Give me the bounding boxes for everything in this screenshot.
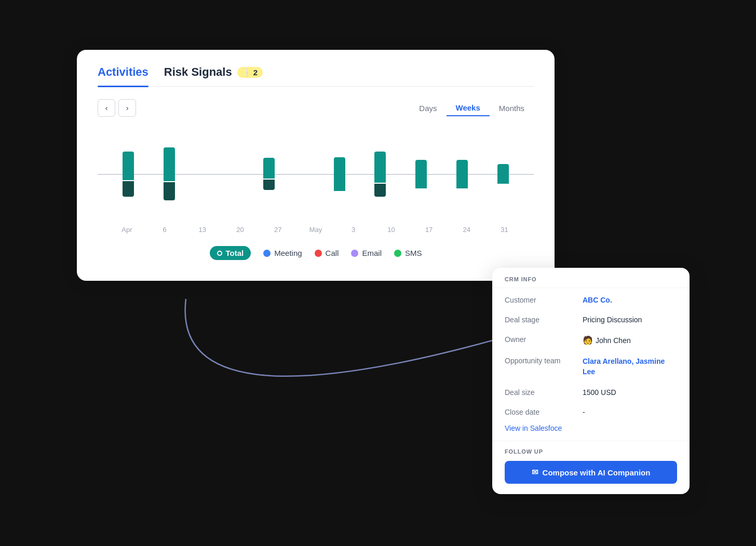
compose-email-icon: ✉ — [532, 468, 538, 477]
bar-27 — [263, 158, 275, 190]
x-label-17: 17 — [421, 226, 437, 234]
close-date-row: Close date - — [492, 402, 690, 422]
x-label-20: 20 — [233, 226, 248, 234]
x-label-31: 31 — [497, 226, 512, 234]
bar-6 — [164, 147, 175, 200]
owner-row: Owner 🧑 John Chen — [492, 330, 690, 351]
crm-section-title: CRM INFO — [492, 268, 690, 288]
opp-team-value[interactable]: Clara Arellano, Jasmine Lee — [583, 357, 677, 377]
chart-legend: Total Meeting Call Email SMS — [98, 246, 534, 260]
bar-upper — [497, 164, 509, 184]
deal-size-row: Deal size 1500 USD — [492, 383, 690, 402]
bar-lower — [263, 180, 275, 190]
owner-value: 🧑 John Chen — [583, 335, 631, 345]
sms-dot-icon — [394, 250, 401, 257]
close-date-value: - — [583, 408, 585, 416]
bars-container — [98, 127, 534, 221]
bar-apr — [123, 152, 134, 197]
deal-size-value: 1500 USD — [583, 388, 616, 397]
deal-stage-row: Deal stage Pricing Discussion — [492, 310, 690, 330]
compose-button[interactable]: ✉ Compose with AI Companion — [505, 461, 677, 484]
risk-badge: ❕ 2 — [237, 67, 263, 78]
legend-email[interactable]: Email — [351, 249, 382, 257]
weeks-button[interactable]: Weeks — [447, 100, 490, 116]
deal-stage-value: Pricing Discussion — [583, 316, 642, 324]
activities-card: Activities Risk Signals ❕ 2 ‹ › Days Wee… — [77, 50, 555, 281]
bar-10 — [374, 152, 386, 197]
bar-upper — [123, 152, 134, 180]
bar-24 — [456, 160, 468, 188]
bar-upper — [374, 152, 386, 183]
bar-upper — [263, 158, 275, 179]
bar-3 — [334, 157, 345, 191]
owner-label: Owner — [505, 335, 577, 344]
opp-team-row: Opportunity team Clara Arellano, Jasmine… — [492, 351, 690, 383]
x-label-27: 27 — [270, 226, 286, 234]
period-tabs: Days Weeks Months — [410, 100, 534, 116]
legend-sms[interactable]: SMS — [394, 249, 422, 257]
salesforce-link[interactable]: View in Salesfoce — [492, 422, 690, 439]
bar-upper — [415, 160, 427, 188]
call-dot-icon — [315, 250, 322, 257]
x-label-3: 3 — [346, 226, 361, 234]
bar-lower — [123, 181, 134, 197]
bar-upper — [164, 147, 175, 181]
x-label-apr: Apr — [119, 226, 134, 234]
customer-value[interactable]: ABC Co. — [583, 296, 612, 304]
activity-chart — [98, 127, 534, 221]
tab-bar: Activities Risk Signals ❕ 2 — [98, 65, 534, 87]
x-label-24: 24 — [459, 226, 475, 234]
bar-31 — [497, 164, 509, 184]
opp-team-label: Opportunity team — [505, 357, 577, 365]
warning-icon: ❕ — [242, 68, 251, 76]
customer-label: Customer — [505, 296, 577, 304]
crm-info-card: CRM INFO Customer ABC Co. Deal stage Pri… — [492, 268, 690, 494]
tab-risk-signals[interactable]: Risk Signals ❕ 2 — [164, 65, 263, 86]
bar-17 — [415, 160, 427, 188]
x-label-13: 13 — [195, 226, 210, 234]
prev-button[interactable]: ‹ — [98, 99, 115, 117]
follow-up-label: FOLLOW UP — [505, 448, 677, 455]
tab-activities[interactable]: Activities — [98, 65, 148, 86]
next-button[interactable]: › — [118, 99, 136, 117]
owner-avatar-icon: 🧑 — [583, 335, 593, 345]
x-axis: Apr 6 13 20 27 May 3 10 17 24 31 — [98, 226, 534, 234]
deal-size-label: Deal size — [505, 388, 577, 397]
bar-upper — [456, 160, 468, 188]
chart-controls: ‹ › Days Weeks Months — [98, 99, 534, 117]
meeting-dot-icon — [263, 250, 271, 257]
close-date-label: Close date — [505, 408, 577, 416]
legend-meeting[interactable]: Meeting — [263, 249, 302, 257]
nav-buttons: ‹ › — [98, 99, 136, 117]
x-label-10: 10 — [383, 226, 399, 234]
months-button[interactable]: Months — [490, 101, 534, 116]
bar-lower — [374, 184, 386, 197]
customer-row: Customer ABC Co. — [492, 290, 690, 310]
follow-up-section: FOLLOW UP ✉ Compose with AI Companion — [492, 441, 690, 494]
crm-rows: Customer ABC Co. Deal stage Pricing Disc… — [492, 288, 690, 441]
legend-call[interactable]: Call — [315, 249, 339, 257]
email-dot-icon — [351, 250, 358, 257]
legend-total[interactable]: Total — [210, 246, 251, 260]
x-label-may: May — [308, 226, 323, 234]
deal-stage-label: Deal stage — [505, 316, 577, 324]
bar-upper — [334, 157, 345, 191]
bar-lower — [164, 182, 175, 200]
x-label-6: 6 — [157, 226, 172, 234]
total-dot-icon — [217, 251, 222, 256]
days-button[interactable]: Days — [410, 101, 446, 116]
